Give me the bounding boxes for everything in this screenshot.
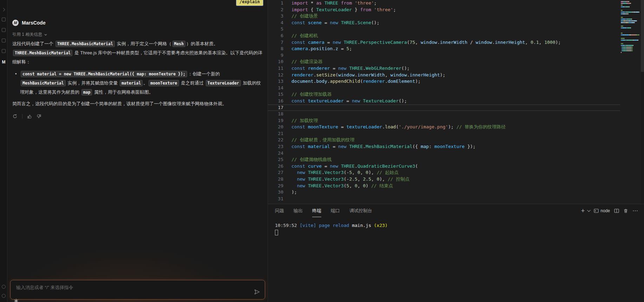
code-editor[interactable]: 1import * as THREE from 'three';2import … — [268, 0, 620, 204]
minimap-line — [627, 45, 633, 46]
split-pane-icon — [614, 208, 619, 213]
chat-text: ）的基本材质。 — [186, 41, 218, 46]
account-icon[interactable] — [2, 285, 6, 289]
code-line-8[interactable]: 8camera.position.z = 5; — [268, 46, 620, 52]
chat-input[interactable] — [16, 283, 244, 291]
chat-input-box[interactable] — [10, 280, 265, 300]
line-number: 3 — [268, 13, 283, 20]
sparkle-icon[interactable] — [14, 298, 19, 302]
panel-tab-debug-console[interactable]: 调试控制台 — [349, 204, 372, 217]
panel-tab-terminal[interactable]: 终端 — [312, 204, 321, 217]
code-text — [283, 26, 291, 33]
code-line-29[interactable]: 29 new THREE.Vector3(5, 0, 0) // 结束点 — [268, 183, 620, 189]
terminal-profile-chevron[interactable] — [587, 208, 591, 212]
explain-command-button[interactable]: /explain — [236, 0, 263, 6]
line-number: 13 — [268, 78, 283, 85]
inline-code-chip: moonTexture — [149, 80, 179, 86]
code-line-30[interactable]: 30); — [268, 189, 620, 196]
code-line-1[interactable]: 1import * as THREE from 'three'; — [268, 0, 620, 7]
code-line-17[interactable]: 17 — [268, 105, 620, 111]
code-line-22[interactable]: 22// 创建材质，使用加载的纹理 — [268, 137, 620, 143]
terminal-session-item[interactable]: node — [594, 208, 610, 213]
code-line-6[interactable]: 6// 创建相机 — [268, 33, 620, 39]
line-number: 10 — [268, 59, 283, 65]
panel-tab-problems[interactable]: 问题 — [275, 204, 284, 217]
search-icon[interactable] — [2, 28, 6, 32]
code-text — [283, 105, 291, 111]
line-number: 20 — [268, 124, 283, 130]
chat-paragraph: 简而言之，这段代码的目的是为了创建一个简单的材质，该材质使用了一个图像纹理来赋予… — [12, 99, 264, 108]
collapse-sidebar-icon[interactable] — [2, 8, 5, 12]
kill-terminal-button[interactable] — [623, 208, 628, 213]
terminal-icon — [594, 208, 599, 213]
code-line-15[interactable]: 15// 创建纹理加载器 — [268, 91, 620, 98]
minimap-line — [637, 40, 638, 41]
new-terminal-button[interactable]: + — [581, 208, 585, 214]
code-line-2[interactable]: 2import { TextureLoader } from 'three'; — [268, 7, 620, 13]
thumbs-up-button[interactable] — [27, 114, 32, 119]
thumbs-down-button[interactable] — [37, 114, 41, 119]
code-line-24[interactable]: 24 — [268, 150, 620, 157]
source-control-icon[interactable] — [2, 39, 6, 42]
log-segment-vite: page reload — [319, 223, 352, 228]
minimap-line — [637, 34, 639, 35]
chat-text: 。 — [143, 80, 148, 86]
minimap-line — [629, 1, 629, 2]
terminal-output-line: 10:59:52 [vite] page reload main.js (x23… — [275, 223, 388, 228]
minimap-line — [635, 40, 637, 41]
line-number: 14 — [268, 85, 283, 92]
explorer-icon[interactable] — [2, 18, 6, 21]
code-line-12[interactable]: 12renderer.setSize(window.innerWidth, wi… — [268, 72, 620, 79]
minimap-line — [630, 27, 631, 28]
code-line-11[interactable]: 11const renderer = new THREE.WebGLRender… — [268, 65, 620, 72]
inline-code-chip: Mesh — [172, 41, 186, 47]
code-line-21[interactable]: 21 — [268, 130, 620, 137]
code-line-13[interactable]: 13document.body.appendChild(renderer.dom… — [268, 78, 620, 85]
sparkle-glyph — [14, 298, 19, 302]
chat-text: ：创建一个新的 — [188, 71, 220, 76]
extensions-icon[interactable] — [2, 49, 6, 53]
minimap-line — [626, 34, 629, 35]
editor-scrollbar[interactable] — [641, 0, 644, 204]
code-line-4[interactable]: 4const scene = new THREE.Scene(); — [268, 20, 620, 26]
minimap-line — [627, 12, 632, 13]
line-number: 8 — [268, 46, 283, 52]
panel-tab-output[interactable]: 输出 — [294, 204, 303, 217]
code-line-10[interactable]: 10// 创建渲染器 — [268, 59, 620, 65]
code-line-25[interactable]: 25// 创建抛物线曲线 — [268, 156, 620, 163]
minimap-line — [631, 34, 636, 35]
marscode-activity-icon[interactable]: M — [2, 60, 6, 65]
code-line-3[interactable]: 3// 创建场景 — [268, 13, 620, 20]
regenerate-button[interactable] — [12, 114, 18, 119]
code-line-14[interactable]: 14 — [268, 85, 620, 92]
code-line-27[interactable]: 27 new THREE.Vector3(-5, 0, 0), // 起始点 — [268, 169, 620, 176]
code-line-23[interactable]: 23const material = new THREE.MeshBasicMa… — [268, 143, 620, 150]
code-line-5[interactable]: 5 — [268, 26, 620, 33]
code-line-19[interactable]: 19// 加载纹理 — [268, 118, 620, 124]
minimap[interactable] — [620, 0, 641, 204]
code-line-31[interactable]: 31 — [268, 196, 620, 202]
code-line-9[interactable]: 9 — [268, 52, 620, 59]
code-line-20[interactable]: 20const moonTexture = textureLoader.load… — [268, 124, 620, 130]
reference-toggle[interactable]: 引用 1 相关信息 — [12, 32, 47, 38]
code-line-28[interactable]: 28 new THREE.Vector3(-2.5, 2.5, 0), // 控… — [268, 176, 620, 183]
settings-gear-icon[interactable] — [2, 294, 6, 298]
code-text: new THREE.Vector3(5, 0, 0) // 结束点 — [283, 183, 393, 189]
code-line-18[interactable]: 18 — [268, 111, 620, 118]
more-actions-button[interactable]: ⋯ — [632, 207, 638, 214]
panel-tab-ports[interactable]: 端口 — [331, 204, 340, 217]
minimap-line — [621, 52, 622, 53]
scrollbar-thumb[interactable] — [641, 0, 644, 72]
code-line-7[interactable]: 7const camera = new THREE.PerspectiveCam… — [268, 39, 620, 46]
send-icon[interactable] — [254, 289, 260, 296]
code-text: // 加载纹理 — [283, 118, 318, 124]
code-line-26[interactable]: 26const curve = new THREE.QuadraticBezie… — [268, 163, 620, 170]
terminal-panel[interactable]: 问题输出终端端口调试控制台 + node — [268, 204, 644, 302]
code-text: // 创建相机 — [283, 33, 318, 39]
panel-tabs: 问题输出终端端口调试控制台 — [275, 204, 372, 217]
line-number: 31 — [268, 196, 283, 202]
line-number: 2 — [268, 7, 283, 13]
line-number: 18 — [268, 111, 283, 118]
split-terminal-button[interactable] — [614, 208, 619, 213]
code-line-16[interactable]: 16const textureLoader = new TextureLoade… — [268, 98, 620, 105]
